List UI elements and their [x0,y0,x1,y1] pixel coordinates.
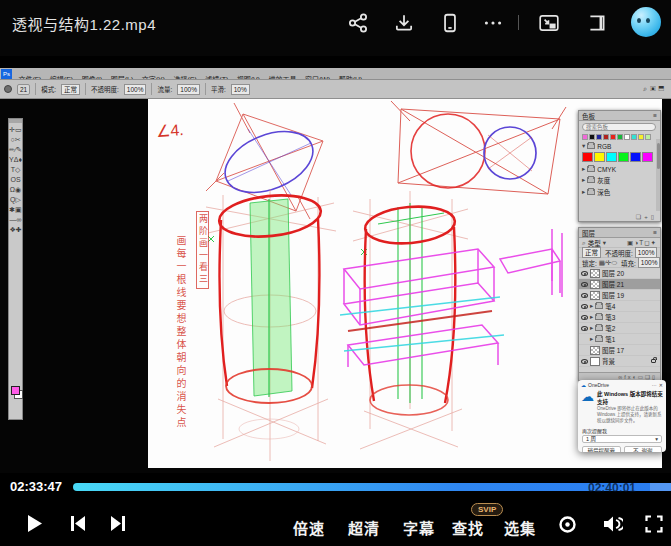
layer-list: 图层 20 图层 21 图层 19 ▸ [579,268,660,367]
photoshop-tools-palette[interactable]: ✛▭○✂✏∕✎YΔ♦T◇OSΩ◉Q▷✱▣—∞❖✚ [8,118,23,420]
seek-bar[interactable] [73,483,671,491]
onedrive-popup: ☁ OneDrive ⋯ ✕ ☁ 此 Windows 版本即将结束支持 OneD… [578,380,666,452]
playback-speed-button[interactable]: 倍速 [293,517,325,538]
layer-fill-select[interactable]: 100% [638,257,661,268]
panel-menu-icon[interactable]: ≡ [653,229,657,236]
notification-title: 此 Windows 版本即将结束支持 [597,390,663,406]
color-swatch[interactable] [618,152,629,162]
play-button[interactable] [27,514,43,533]
layer-row[interactable]: 图层 19 [579,290,660,301]
tool-icons-column[interactable]: ✛▭○✂✏∕✎YΔ♦T◇OSΩ◉Q▷✱▣—∞❖✚ [9,125,22,235]
options-right-icons[interactable]: ⌕▣⬒ [643,85,667,93]
remind-later-button[interactable]: 稍后提醒我 [582,446,621,452]
topbar-divider [518,15,519,30]
remind-interval-select[interactable]: 1 周 ▾ [582,435,662,443]
download-icon[interactable] [393,12,415,34]
volume-icon[interactable] [601,514,623,534]
recent-swatch[interactable] [610,134,616,140]
background-layer-row[interactable]: 背景 [579,356,660,367]
chevron-right-icon[interactable]: ▸ [590,324,593,332]
layer-group-row[interactable]: ▸ 笔3 [579,312,660,323]
recent-swatch[interactable] [596,134,602,140]
layer-group-row[interactable]: ▸ 笔2 [579,323,660,334]
mode-select[interactable]: 正常 [61,84,80,95]
fullscreen-icon[interactable] [645,515,663,533]
previous-episode-button[interactable] [70,516,86,531]
no-thanks-button[interactable]: 不, 谢谢 [624,446,663,452]
chevron-right-icon[interactable]: ▸ [590,335,593,343]
video-content-area[interactable]: Ps 文件(F) 编辑(E) 图像(I) 图层(L) 文字(Y) 选择(S) 滤… [0,56,671,473]
layer-filter-select[interactable]: 类型 [588,238,601,248]
recent-swatch[interactable] [589,134,595,140]
lock-option-icons[interactable]: ▦∕✛⬭ [599,259,617,267]
folder-icon [587,177,595,183]
swatch-search-input[interactable] [582,123,656,131]
layer-row[interactable]: 图层 20 [579,268,660,279]
recent-swatch[interactable] [603,134,609,140]
picture-in-picture-icon[interactable] [538,12,560,34]
phone-mirror-icon[interactable] [439,12,461,34]
swatches-panel-buttons[interactable]: ❏+▯ [636,213,657,220]
color-swatch[interactable] [594,152,605,162]
find-button[interactable]: 查找 [452,517,484,538]
quality-button[interactable]: 超清 [348,517,380,538]
layer-filter-type-icons[interactable]: ▣◑T◻✦ [627,239,657,247]
swatches-tab[interactable]: 色板 [582,111,595,121]
chevron-right-icon: ▸ [582,176,585,184]
recent-swatch[interactable] [638,134,644,140]
color-swatch[interactable] [606,152,617,162]
visibility-eye-icon[interactable] [581,282,588,287]
mini-player-icon[interactable] [586,12,608,34]
blend-mode-select[interactable]: 正常 [582,247,601,258]
swatches-scrollbar[interactable] [656,139,660,211]
more-icon[interactable] [482,12,504,34]
layer-thumbnail [590,280,600,289]
more-icon[interactable]: ⋯ [652,382,657,388]
color-swatch[interactable] [642,152,653,162]
settings-icon[interactable] [558,515,577,534]
swatch-group-collapsed[interactable]: ▸ 灰度 [579,174,660,186]
seek-bar-remaining [650,483,671,491]
chevron-right-icon[interactable]: ▸ [590,313,593,321]
swatch-group-rgb[interactable]: ▾ RGB [579,141,660,151]
visibility-eye-icon[interactable] [581,293,588,298]
control-bar: 倍速 超清 字幕 查找 SVIP 选集 [0,500,671,546]
color-swatch[interactable] [582,152,593,162]
swatch-group-collapsed[interactable]: ▸ CMYK [579,164,660,174]
layer-group-row[interactable]: ▸ 笔1 [579,334,660,345]
brush-size-value[interactable]: 21 [17,84,30,95]
recent-swatch[interactable] [624,134,630,140]
flow-select[interactable]: 100% [177,84,200,95]
smoothing-select[interactable]: 10% [231,84,250,95]
recent-swatch[interactable] [617,134,623,140]
visibility-eye-icon[interactable] [581,271,588,276]
visibility-eye-icon[interactable] [581,304,588,309]
swatch-group-collapsed[interactable]: ▸ 深色 [579,186,660,198]
user-avatar[interactable] [631,7,661,37]
visibility-eye-icon[interactable] [581,326,588,331]
share-icon[interactable] [347,12,369,34]
chevron-right-icon[interactable]: ▸ [590,302,593,310]
visibility-eye-icon[interactable] [581,359,588,364]
recent-swatch[interactable] [631,134,637,140]
panel-menu-icon[interactable]: ≡ [653,112,657,119]
color-swatch[interactable] [630,152,641,162]
recent-swatch[interactable] [645,134,651,140]
opacity-select[interactable]: 100% [124,84,147,95]
close-icon[interactable]: ✕ [659,382,663,388]
layer-thumbnail [590,346,600,355]
visibility-eye-icon[interactable] [581,315,588,320]
layer-row-selected[interactable]: 图层 21 [579,279,660,290]
layers-tab[interactable]: 图层 [582,228,595,238]
recent-swatch[interactable] [582,134,588,140]
subtitle-button[interactable]: 字幕 [403,517,435,538]
layers-panel-buttons[interactable]: ∞fx◐▭❏▯ [579,372,660,380]
current-time: 02:33:47 [10,479,62,494]
episodes-button[interactable]: 选集 [504,517,536,538]
layer-group-row[interactable]: ▸ 笔4 [579,301,660,312]
brush-preview-icon[interactable] [4,85,12,93]
foreground-color-swatch[interactable] [11,386,20,395]
next-episode-button[interactable] [110,516,126,531]
layer-row[interactable]: 图层 17 [579,345,660,356]
fill-label: 填充: [621,258,636,268]
